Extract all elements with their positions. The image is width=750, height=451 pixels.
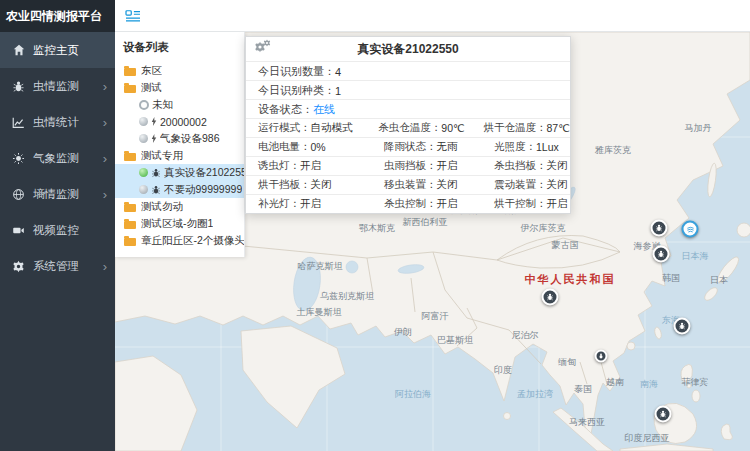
online-status-dot (139, 168, 148, 177)
chevron-right-icon: › (103, 260, 107, 273)
gray-status-dot (139, 134, 148, 143)
popup-grid-row: 诱虫灯：开启 虫雨挡板：开启 杀虫挡板：关闭 (246, 157, 570, 176)
popup-header: 真实设备21022550 (246, 37, 570, 62)
popup-field: 杀虫控制：开启 (372, 195, 482, 213)
sidebar-item-system-manage[interactable]: 系统管理 › (0, 248, 115, 284)
sidebar-item-label: 虫情监测 (33, 79, 99, 94)
tree-folder-east-zone[interactable]: 东区 (115, 62, 244, 79)
sidebar-item-monitor-home[interactable]: 监控主页 (0, 32, 115, 68)
status-badge: 在线 (313, 102, 335, 117)
popup-field: 杀虫仓温度：90℃ (366, 119, 471, 137)
bug-device-marker[interactable] (655, 406, 672, 423)
bug-icon (151, 185, 161, 195)
popup-field: 烘干挡板：关闭 (246, 176, 372, 194)
gray-status-dot (139, 117, 148, 126)
sidebar-item-label: 监控主页 (33, 43, 107, 58)
topbar (115, 0, 750, 32)
device-list-title: 设备列表 (115, 37, 244, 62)
bug-device-marker[interactable] (674, 318, 691, 335)
popup-grid-row: 运行模式：自动模式 杀虫仓温度：90℃ 烘干仓温度：87℃ (246, 119, 570, 138)
folder-icon (124, 68, 136, 76)
bug-icon (151, 168, 161, 178)
video-camera-icon (11, 223, 26, 238)
sidebar-item-insect-monitor[interactable]: 虫情监测 › (0, 68, 115, 104)
bolt-icon (151, 134, 157, 143)
popup-field: 光照度：1Lux (482, 138, 570, 156)
collapse-menu-icon[interactable] (125, 9, 141, 23)
popup-field: 运行模式：自动模式 (246, 119, 366, 137)
bug-device-marker[interactable] (595, 350, 608, 363)
chevron-right-icon: › (103, 188, 107, 201)
cluster-marker[interactable] (682, 221, 699, 238)
sidebar-item-label: 系统管理 (33, 259, 99, 274)
folder-icon (124, 85, 136, 93)
device-info-popup: 真实设备21022550 今日识别数量：4 今日识别种类：1 设备状态：在线 运… (245, 36, 571, 214)
tree-device-real-21022550[interactable]: 真实设备21022550 (115, 164, 244, 181)
tree-node-unknown[interactable]: 未知 (115, 96, 244, 113)
sidebar-item-label: 气象监测 (33, 151, 99, 166)
bug-device-marker[interactable] (542, 289, 559, 306)
tree-folder-test-nomove[interactable]: 测试勿动 (115, 198, 244, 215)
chevron-right-icon: › (103, 152, 107, 165)
sidebar-item-soil-monitor[interactable]: 墒情监测 › (0, 176, 115, 212)
popup-field: 震动装置：关闭 (482, 176, 570, 194)
popup-field: 烘干仓温度：87℃ (472, 119, 570, 137)
tree-device-weather-986[interactable]: 气象设备986 (115, 130, 244, 147)
sidebar-item-label: 虫情统计 (33, 115, 99, 130)
popup-grid-row: 电池电量：0% 降雨状态：无雨 光照度：1Lux (246, 138, 570, 157)
gear-icon (11, 259, 26, 274)
bug-device-marker[interactable] (653, 246, 670, 263)
settings-gears-icon[interactable] (254, 41, 271, 53)
popup-field: 虫雨挡板：开启 (372, 157, 482, 175)
device-list-panel: 设备列表 东区 测试 未知 20000002 气象设备986 测试专用 (115, 32, 245, 257)
popup-field: 降雨状态：无雨 (372, 138, 482, 156)
tree-folder-zhangqiu-cameras[interactable]: 章丘阳丘区-2个摄像头 (115, 232, 244, 249)
folder-icon (124, 238, 136, 246)
tree-device-20000002[interactable]: 20000002 (115, 113, 244, 130)
popup-field: 移虫装置：关闭 (372, 176, 482, 194)
popup-summary-row: 今日识别种类：1 (246, 81, 570, 100)
chevron-right-icon: › (103, 116, 107, 129)
app-window: 农业四情测报平台 监控主页 虫情监测 › 虫情统计 › 气象监测 › 墒情监测 … (0, 0, 750, 451)
popup-field: 诱虫灯：开启 (246, 157, 372, 175)
popup-field: 杀虫挡板：关闭 (482, 157, 570, 175)
tree-device-dont-move-99999999[interactable]: 不要动99999999 (115, 181, 244, 198)
popup-title: 真实设备21022550 (357, 41, 458, 58)
folder-icon (124, 153, 136, 161)
folder-icon (124, 221, 136, 229)
popup-summary-row: 今日识别数量：4 (246, 62, 570, 81)
tree-folder-test-dedicated[interactable]: 测试专用 (115, 147, 244, 164)
tree-folder-test[interactable]: 测试 (115, 79, 244, 96)
popup-field: 补光灯：开启 (246, 195, 372, 213)
popup-field: 电池电量：0% (246, 138, 372, 156)
popup-summary-row-status: 设备状态：在线 (246, 100, 570, 119)
bolt-icon (151, 117, 157, 126)
radio-status-icon (139, 100, 149, 110)
app-title: 农业四情测报平台 (0, 0, 115, 32)
sidebar-item-label: 墒情监测 (33, 187, 99, 202)
popup-grid-row: 烘干挡板：关闭 移虫装置：关闭 震动装置：关闭 (246, 176, 570, 195)
sidebar-item-insect-stats[interactable]: 虫情统计 › (0, 104, 115, 140)
tree-folder-test-area-1[interactable]: 测试区域-勿圈1 (115, 215, 244, 232)
bug-icon (11, 79, 26, 94)
globe-icon (11, 187, 26, 202)
offline-status-dot (139, 185, 148, 194)
folder-icon (124, 204, 136, 212)
weather-icon (11, 151, 26, 166)
bug-device-marker[interactable] (651, 220, 668, 237)
chart-icon (11, 115, 26, 130)
popup-grid-row: 补光灯：开启 杀虫控制：开启 烘干控制：开启 (246, 195, 570, 213)
chevron-right-icon: › (103, 80, 107, 93)
sidebar: 农业四情测报平台 监控主页 虫情监测 › 虫情统计 › 气象监测 › 墒情监测 … (0, 0, 115, 451)
popup-field: 烘干控制：开启 (482, 195, 570, 213)
home-icon (11, 43, 26, 58)
sidebar-item-video-monitor[interactable]: 视频监控 (0, 212, 115, 248)
sidebar-item-weather-monitor[interactable]: 气象监测 › (0, 140, 115, 176)
sidebar-item-label: 视频监控 (33, 223, 107, 238)
